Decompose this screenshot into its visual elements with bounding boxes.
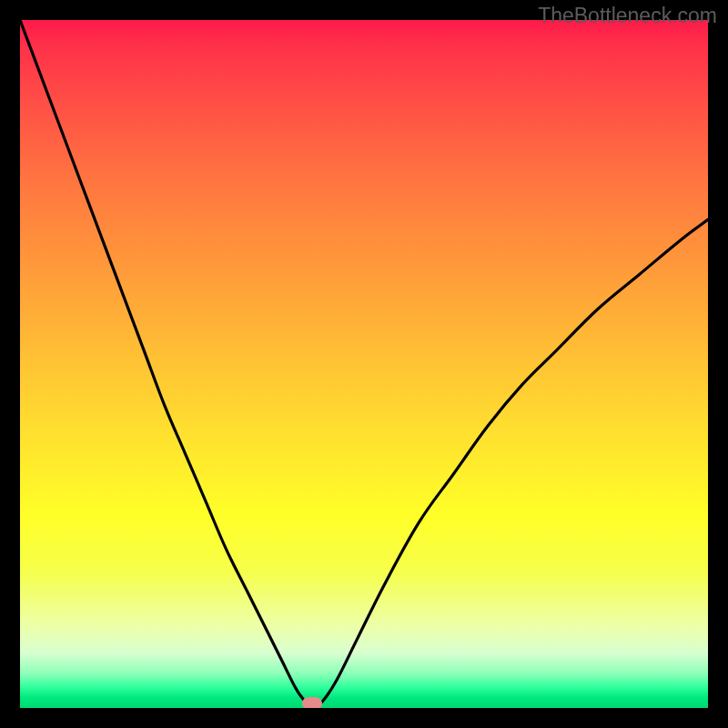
curve-layer (20, 20, 708, 708)
bottleneck-curve (20, 20, 708, 705)
optimal-point-marker (302, 697, 322, 708)
plot-area (20, 20, 708, 708)
watermark-text: TheBottleneck.com (538, 4, 717, 28)
chart-frame: TheBottleneck.com (0, 0, 728, 728)
